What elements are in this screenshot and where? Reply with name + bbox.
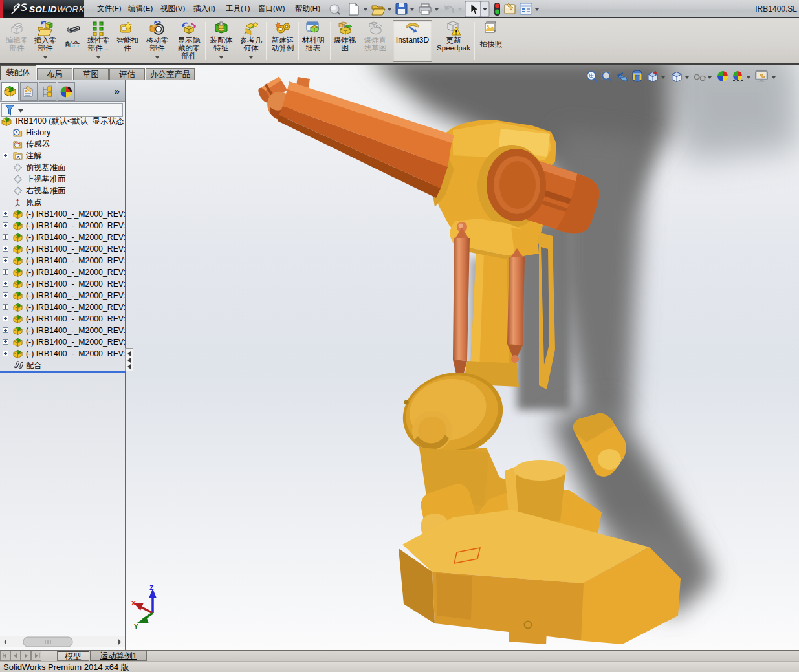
svg-text:Z: Z [149,584,154,592]
svg-text:X: X [131,600,136,607]
svg-text:Y: Y [134,623,138,631]
svg-text:SOLIDWORKS: SOLIDWORKS [29,5,84,14]
